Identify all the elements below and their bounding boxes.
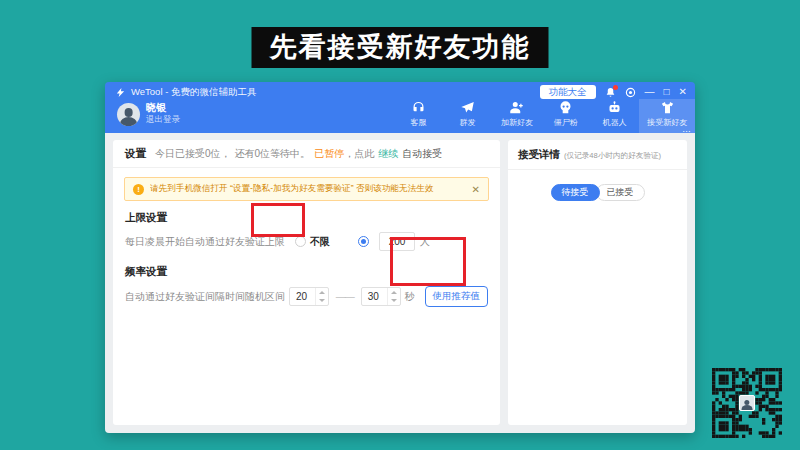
- titlebar-controls: 功能大全 — □ ✕: [540, 85, 687, 99]
- stepper[interactable]: [315, 288, 328, 305]
- nav-item-zombie-fans[interactable]: 僵尸粉: [541, 99, 590, 133]
- nav-row: 晓银 退出登录 客服 群发 加新好友: [105, 99, 695, 133]
- radio-unlimited[interactable]: [295, 236, 306, 247]
- status-waiting: 还有0位等待中。: [235, 147, 311, 161]
- alert-close-icon[interactable]: ✕: [472, 184, 480, 195]
- status-auto: 自动接受: [402, 147, 442, 161]
- warning-alert: ! 请先到手机微信打开 “设置-隐私-加我为好友需要验证” 否则该功能无法生效 …: [124, 177, 489, 201]
- notification-badge: [613, 85, 618, 90]
- headset-icon: [411, 100, 426, 115]
- wetool-logo-icon: [115, 87, 126, 98]
- step-up-icon: [316, 288, 328, 297]
- use-recommended-button[interactable]: 使用推荐值: [425, 286, 489, 307]
- frequency-label: 自动通过好友验证间隔时间随机区间: [125, 290, 285, 304]
- status-paused: 已暂停: [314, 147, 344, 161]
- warning-text: 请先到手机微信打开 “设置-隐私-加我为好友需要验证” 否则该功能无法生效: [150, 183, 434, 195]
- limit-label: 每日凌晨开始自动通过好友验证上限: [125, 235, 285, 249]
- shirt-icon: [660, 100, 675, 115]
- window-header: WeTool - 免费的微信辅助工具 功能大全 — □ ✕: [105, 82, 695, 133]
- robot-icon: [607, 100, 622, 115]
- limit-value-input[interactable]: 200: [379, 232, 415, 251]
- notification-bell-icon[interactable]: [605, 87, 616, 98]
- titlebar: WeTool - 免费的微信辅助工具 功能大全 — □ ✕: [105, 82, 695, 99]
- detail-header: 接受详情 (仅记录48小时内的好友验证): [508, 140, 687, 170]
- warning-icon: !: [133, 184, 144, 195]
- limit-section-title: 上限设置: [125, 211, 488, 225]
- settings-card: 设置 今日已接受0位， 还有0位等待中。 已暂停 ，点此 继续 自动接受 ! 请…: [113, 140, 500, 425]
- paper-plane-icon: [460, 100, 475, 115]
- window-title: WeTool - 免费的微信辅助工具: [131, 86, 256, 99]
- qr-code: [712, 368, 782, 438]
- step-up-icon: [388, 288, 400, 297]
- limit-unit: 人: [420, 235, 430, 249]
- wetool-window: WeTool - 免费的微信辅助工具 功能大全 — □ ✕: [105, 82, 695, 433]
- qr-center-avatar: [739, 395, 755, 411]
- skull-icon: [558, 100, 573, 115]
- interval-min-input[interactable]: 20: [289, 287, 329, 306]
- interval-max-input[interactable]: 30: [361, 287, 401, 306]
- resume-link[interactable]: 继续: [378, 147, 398, 161]
- close-button[interactable]: ✕: [679, 87, 687, 97]
- nav-item-robot[interactable]: 机器人: [590, 99, 639, 133]
- maximize-button[interactable]: □: [664, 87, 670, 97]
- step-down-icon: [316, 297, 328, 306]
- stepper[interactable]: [387, 288, 400, 305]
- window-content: 设置 今日已接受0位， 还有0位等待中。 已暂停 ，点此 继续 自动接受 ! 请…: [105, 133, 695, 433]
- minimize-button[interactable]: —: [645, 87, 655, 97]
- detail-subtitle: (仅记录48小时内的好友验证): [564, 150, 661, 160]
- accept-detail-card: 接受详情 (仅记录48小时内的好友验证) 待接受 已接受: [508, 140, 687, 425]
- headline-text: 先看接受新好友功能: [270, 32, 531, 62]
- user-name: 晓银: [146, 102, 180, 115]
- nav-item-mass-send[interactable]: 群发: [443, 99, 492, 133]
- settings-title: 设置: [125, 147, 146, 161]
- nav-items: 客服 群发 加新好友 僵尸粉: [394, 99, 695, 133]
- nav-item-accept-new-friends[interactable]: 接受新好友 …: [639, 99, 695, 133]
- frequency-row: 自动通过好友验证间隔时间随机区间 20 —— 30 秒 使用推荐值: [125, 286, 488, 307]
- page-background: 先看接受新好友功能 WeTool - 免费的微信辅助工具 功能大全: [0, 0, 800, 450]
- detail-tabs: 待接受 已接受: [508, 184, 687, 201]
- status-click: ，点此: [344, 147, 374, 161]
- radio-unlimited-label[interactable]: 不限: [310, 235, 330, 249]
- status-today: 今日已接受0位，: [155, 147, 231, 161]
- settings-status-row: 设置 今日已接受0位， 还有0位等待中。 已暂停 ，点此 继续 自动接受: [113, 140, 500, 168]
- nav-item-add-friends[interactable]: 加新好友: [492, 99, 541, 133]
- feature-catalog-button[interactable]: 功能大全: [540, 85, 596, 99]
- headline-banner: 先看接受新好友功能: [252, 27, 549, 68]
- logout-link[interactable]: 退出登录: [146, 114, 180, 126]
- tab-accepted[interactable]: 已接受: [596, 184, 645, 201]
- frequency-unit: 秒: [405, 290, 415, 304]
- detail-title: 接受详情: [518, 148, 560, 162]
- range-dash: ——: [336, 291, 354, 302]
- radio-limit[interactable]: [358, 236, 369, 247]
- limit-row: 每日凌晨开始自动通过好友验证上限 不限 200 人: [125, 232, 488, 251]
- frequency-section-title: 频率设置: [125, 265, 488, 279]
- settings-gear-icon[interactable]: [625, 87, 636, 98]
- add-friend-icon: [509, 100, 524, 115]
- tab-pending[interactable]: 待接受: [551, 184, 600, 201]
- user-avatar[interactable]: [117, 103, 140, 126]
- nav-item-customer-service[interactable]: 客服: [394, 99, 443, 133]
- user-block: 晓银 退出登录: [105, 99, 190, 133]
- step-down-icon: [388, 297, 400, 306]
